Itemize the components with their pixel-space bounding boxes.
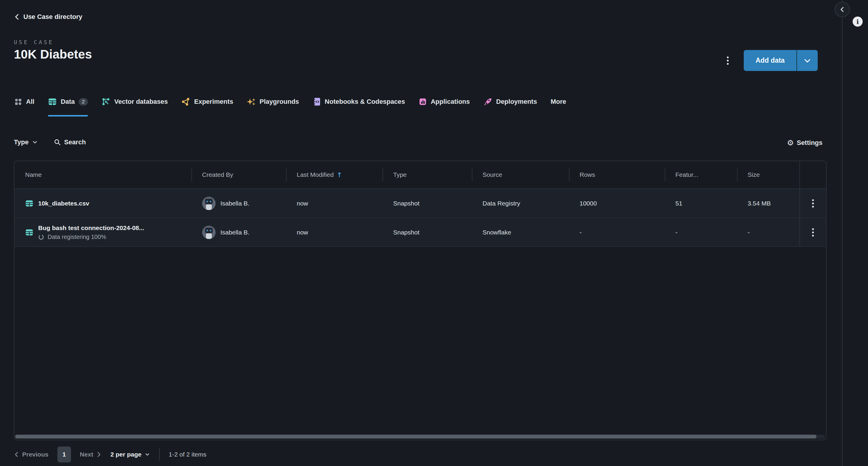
pagination-divider: [159, 448, 160, 461]
row-actions-cell: [799, 189, 826, 218]
row-menu-button[interactable]: [807, 225, 819, 239]
created-by-cell: Isabella B.: [191, 197, 286, 210]
chevron-down-icon: [803, 57, 811, 65]
tab-label: Vector databases: [114, 98, 168, 106]
created-by-value: Isabella B.: [220, 200, 249, 207]
current-page-button[interactable]: 1: [57, 446, 71, 462]
column-header-created-by[interactable]: Created By: [191, 161, 286, 188]
column-header-actions: [799, 161, 826, 188]
horizontal-scrollbar-thumb[interactable]: [15, 435, 816, 438]
tab-label: All: [26, 98, 34, 106]
features-cell: -: [665, 229, 737, 236]
name-cell[interactable]: 10k_diabetes.csv: [14, 200, 191, 207]
avatar: [202, 226, 216, 239]
column-header-name[interactable]: Name: [14, 161, 191, 188]
previous-page-button[interactable]: Previous: [14, 451, 49, 458]
header-actions: Add data: [722, 50, 818, 71]
use-case-menu-button[interactable]: [722, 54, 734, 68]
table-row[interactable]: Bug bash test connection-2024-08... Data…: [14, 218, 826, 247]
tab-label: More: [551, 98, 566, 106]
settings-button[interactable]: ⚙ Settings: [787, 135, 823, 151]
chevron-left-icon: [14, 13, 20, 21]
tab-applications[interactable]: Applications: [418, 94, 470, 109]
tab-label: Applications: [431, 98, 470, 106]
dataset-name: 10k_diabetes.csv: [38, 200, 89, 207]
page-title: 10K Diabetes: [14, 47, 92, 62]
tab-vector-databases[interactable]: Vector databases: [101, 94, 168, 109]
horizontal-scrollbar-track: [15, 435, 825, 438]
tab-experiments[interactable]: Experiments: [181, 94, 233, 109]
per-page-dropdown[interactable]: 2 per page: [110, 451, 150, 458]
molecule-icon: [181, 97, 190, 106]
column-header-rows[interactable]: Rows: [569, 161, 665, 188]
source-cell: Snowflake: [472, 229, 569, 236]
tab-label: Notebooks & Codespaces: [325, 98, 405, 106]
grid-icon: [14, 98, 22, 106]
name-cell[interactable]: Bug bash test connection-2024-08... Data…: [14, 225, 191, 240]
add-data-dropdown-button[interactable]: [797, 50, 818, 71]
tab-label: Playgrounds: [259, 98, 299, 106]
last-modified-cell: now: [286, 200, 382, 207]
row-actions-cell: [799, 218, 826, 247]
type-filter-label: Type: [14, 138, 29, 146]
right-rail: i: [842, 0, 868, 466]
rocket-icon: [484, 97, 492, 106]
column-header-size[interactable]: Size: [737, 161, 799, 188]
pagination-bar: Previous 1 Next 2 per page 1-2 of 2 item…: [14, 446, 207, 463]
tab-bar: All Data 2 Vector databases: [14, 94, 566, 109]
column-header-source[interactable]: Source: [472, 161, 569, 188]
tab-playgrounds[interactable]: Playgrounds: [247, 94, 299, 109]
type-filter-dropdown[interactable]: Type: [14, 138, 38, 146]
created-by-cell: Isabella B.: [191, 226, 286, 239]
breadcrumb-back-link[interactable]: Use Case directory: [14, 13, 82, 21]
registration-status: Data registering 100%: [38, 234, 144, 240]
dataset-table-icon: [25, 200, 33, 207]
tab-data[interactable]: Data 2: [48, 94, 88, 109]
vector-icon: [101, 97, 110, 106]
gear-icon: ⚙: [787, 139, 794, 147]
search-button[interactable]: Search: [54, 138, 86, 146]
column-header-type[interactable]: Type: [382, 161, 472, 188]
sort-ascending-icon: ↑: [337, 171, 342, 178]
size-cell: 3.54 MB: [737, 200, 799, 207]
search-label: Search: [64, 138, 86, 146]
next-page-button[interactable]: Next: [80, 451, 102, 458]
name-status-block: Bug bash test connection-2024-08... Data…: [38, 225, 144, 240]
created-by-value: Isabella B.: [220, 229, 249, 236]
add-data-button[interactable]: Add data: [744, 50, 797, 71]
search-icon: [54, 138, 61, 146]
tab-deployments[interactable]: Deployments: [484, 94, 537, 109]
avatar: [202, 197, 216, 210]
tab-more[interactable]: More: [551, 94, 566, 109]
chevron-right-icon: [96, 451, 101, 458]
features-cell: 51: [665, 200, 737, 207]
rows-cell: 10000: [569, 200, 665, 207]
collapse-panel-button[interactable]: [835, 2, 850, 17]
row-menu-button[interactable]: [807, 196, 819, 210]
tab-all[interactable]: All: [14, 94, 34, 109]
sparkles-icon: [247, 97, 256, 106]
dataset-table-icon: [25, 229, 33, 236]
add-data-split-button: Add data: [744, 50, 818, 71]
type-cell: Snapshot: [382, 200, 472, 207]
tab-notebooks-codespaces[interactable]: Notebooks & Codespaces: [313, 94, 405, 109]
column-header-last-modified[interactable]: Last Modified ↑: [286, 161, 382, 188]
tab-label: Deployments: [496, 98, 537, 106]
dataset-name: Bug bash test connection-2024-08...: [38, 225, 144, 232]
data-table: Name Created By Last Modified ↑ Type Sou…: [14, 161, 827, 440]
table-header-row: Name Created By Last Modified ↑ Type Sou…: [14, 161, 826, 189]
table-icon: [48, 98, 57, 106]
column-header-features[interactable]: Featur...: [665, 161, 737, 188]
use-case-eyebrow: USE CASE: [14, 39, 54, 45]
tab-label: Experiments: [194, 98, 233, 106]
main-content: Use Case directory USE CASE 10K Diabetes…: [0, 0, 842, 466]
items-range-label: 1-2 of 2 items: [168, 451, 206, 458]
table-row[interactable]: 10k_diabetes.csv Isabella B. now: [14, 189, 826, 218]
chevron-down-icon: [144, 452, 150, 458]
notebook-code-icon: [313, 97, 321, 106]
size-cell: -: [737, 229, 799, 236]
tab-label: Data: [61, 98, 75, 106]
source-cell: Data Registry: [472, 200, 569, 207]
info-icon[interactable]: i: [852, 16, 863, 27]
spinner-icon: [38, 234, 44, 240]
